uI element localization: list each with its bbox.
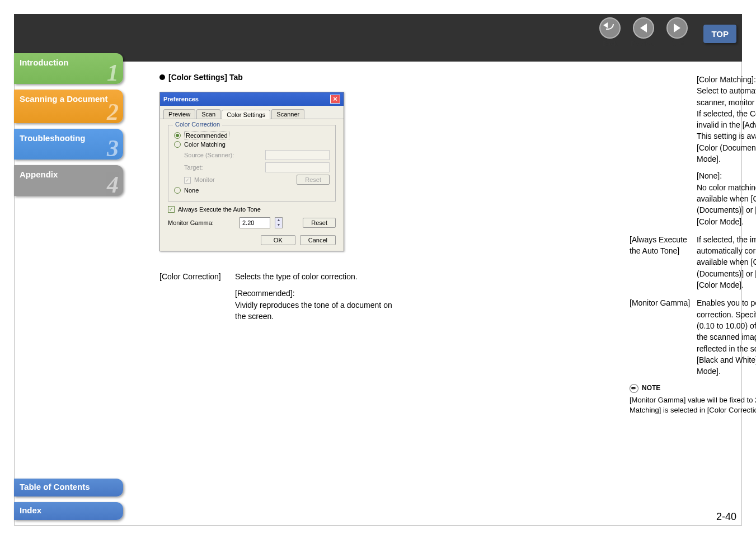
radio-recommended[interactable] [174,132,181,139]
sidebar-item-appendix[interactable]: Appendix 4 [14,165,123,196]
cancel-button[interactable]: Cancel [300,235,336,245]
desc-colormatching-body: Select to automatically match the scanne… [697,85,756,165]
close-icon[interactable]: × [330,95,340,104]
target-label: Target: [184,164,203,171]
desc-gamma-body: Enables you to perform gamma correction.… [697,297,756,377]
desc-autotone-body: If selected, the image color will always… [697,234,756,291]
gamma-label: Monitor Gamma: [168,219,235,226]
sidebar-intro-label: Introduction [20,58,68,67]
sidebar-item-troubleshooting[interactable]: Troubleshooting 3 [14,129,123,160]
monitor-label: Monitor [194,176,215,183]
monitor-checkbox: ✓ [184,177,191,184]
nav-previous[interactable]: Previous [631,17,656,47]
preferences-dialog: Preferences × Preview Scan Color Setting… [159,92,344,251]
sidebar-appendix-label: Appendix [20,170,58,179]
gamma-spinner[interactable]: ▲▼ [275,217,283,228]
sidebar-toc[interactable]: Table of Contents [14,479,123,496]
sidebar-appendix-num: 4 [107,171,119,196]
radio-color-matching[interactable] [174,141,181,148]
nav-next[interactable]: Next [666,17,688,47]
reset-matching-button: Reset [297,175,330,185]
desc-color-correction-term: [Color Correction] [159,271,235,282]
sidebar-trouble-num: 3 [107,134,119,160]
autotone-label: Always Execute the Auto Tone [178,206,261,213]
sidebar-index[interactable]: Index [14,502,123,520]
sidebar-item-scanning[interactable]: Scanning a Document 2 [14,90,123,123]
nav-next-label: Next [671,40,684,47]
note-text: [Monitor Gamma] value will be fixed to 2… [630,395,756,415]
header-bar: Back Previous Next TOP [14,14,742,62]
fieldset-label: Color Correction [173,121,222,128]
note-label: NOTE [642,383,660,393]
autotone-checkbox[interactable]: ✓ [168,206,175,213]
source-dropdown [265,150,330,160]
target-dropdown [265,162,330,172]
gamma-input[interactable] [240,217,270,228]
radio-none-label: None [184,187,199,194]
back-arrow-icon [604,24,616,32]
reset-gamma-button[interactable]: Reset [303,218,336,228]
sidebar-intro-num: 1 [107,59,119,84]
desc-none-head: [None]: [697,170,756,181]
arrow-left-icon [640,24,647,32]
tab-scan[interactable]: Scan [196,109,220,119]
dialog-title: Preferences [163,96,199,102]
arrow-right-icon [674,24,680,32]
tab-color-settings[interactable]: Color Settings [222,110,270,119]
radio-colormatching-label: Color Matching [184,141,226,148]
tab-scanner[interactable]: Scanner [271,109,304,119]
page-number: 2-40 [716,511,736,523]
radio-none[interactable] [174,187,181,194]
ok-button[interactable]: OK [261,235,295,245]
sidebar-scan-label: Scanning a Document [20,94,108,104]
radio-recommended-label: Recommended [184,132,229,139]
desc-recommended-body: Vividly reproduces the tone of a documen… [235,299,403,322]
nav-prev-label: Previous [631,40,656,47]
nav-back[interactable]: Back [599,17,621,47]
desc-none-body: No color matching is made. This setting … [697,182,756,227]
nav-back-label: Back [603,40,617,47]
desc-gamma-term: [Monitor Gamma] [630,297,697,377]
tab-preview[interactable]: Preview [163,109,195,119]
desc-autotone-term: [Always Execute the Auto Tone] [630,234,697,291]
note-icon: ✎ [628,382,641,395]
sidebar-item-introduction[interactable]: Introduction 1 [14,53,123,84]
sidebar-scan-num: 2 [107,98,119,123]
top-button[interactable]: TOP [703,25,736,43]
sidebar-trouble-label: Troubleshooting [20,133,86,143]
desc-colormatching-head: [Color Matching]: [697,74,756,85]
source-label: Source (Scanner): [184,152,234,158]
